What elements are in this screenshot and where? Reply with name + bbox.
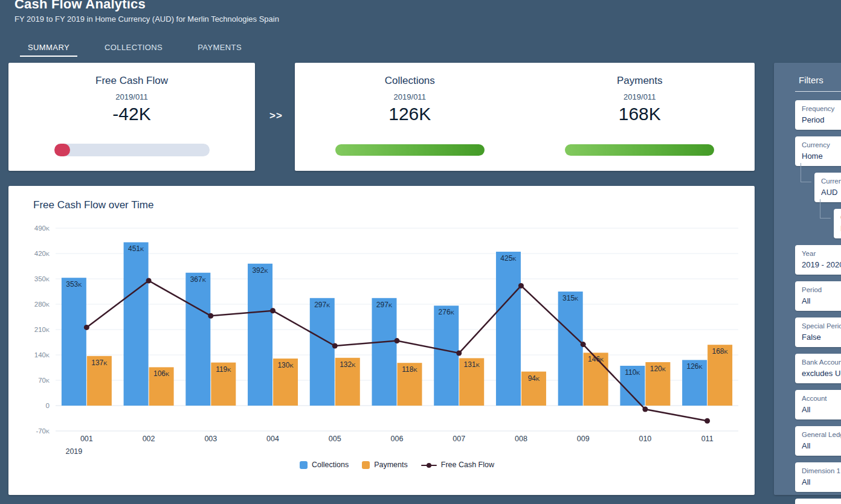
x-axis-group-label: 2019 (65, 447, 82, 456)
axis-tick-label: 280K (34, 301, 50, 308)
kpi-value: -42K (112, 104, 150, 124)
axis-tick-label: 130K (277, 361, 294, 369)
legend-item-payments[interactable]: Payments (362, 461, 408, 469)
collections-bar[interactable] (558, 292, 583, 406)
fcf-point[interactable] (332, 343, 338, 349)
x-axis-label: 003 (204, 435, 217, 443)
x-axis-label: 008 (515, 435, 527, 443)
payments-gauge-bar (565, 144, 714, 156)
axis-tick-label: 118K (402, 365, 417, 374)
tab-payments[interactable]: PAYMENTS (190, 41, 250, 57)
axis-tick-label: 367K (190, 275, 207, 284)
collections-bar[interactable] (372, 298, 397, 406)
axis-tick-label: 94K (528, 374, 540, 383)
filter-card-dimension-1[interactable]: Dimension 1All (795, 462, 841, 492)
legend-label: Payments (374, 461, 408, 469)
collections-bar[interactable] (185, 273, 210, 406)
filter-label: Account (802, 394, 841, 403)
axis-tick-label: 132K (340, 360, 356, 369)
legend-item-free-cash-flow[interactable]: Free Cash Flow (421, 461, 494, 469)
filter-card-special-perio[interactable]: Special PerioFalse (795, 317, 841, 347)
axis-tick-label: 350K (34, 275, 50, 282)
x-axis-label: 007 (453, 435, 465, 443)
kpi-title: Free Cash Flow (95, 75, 168, 87)
legend-line-icon (421, 461, 437, 469)
x-axis-label: 011 (701, 435, 714, 443)
fcf-point[interactable] (704, 418, 710, 424)
axis-tick-label: 120K (650, 365, 666, 373)
filter-card-currency[interactable]: CurrencyHome (795, 136, 841, 166)
collections-bar[interactable] (62, 278, 86, 406)
filter-card-period[interactable]: PeriodAll (795, 281, 841, 311)
kpi-period: 2019/011 (115, 92, 147, 101)
filter-card-currency[interactable]: CurrencyAUD (814, 173, 841, 202)
collections-bar[interactable] (496, 252, 521, 406)
fcf-point[interactable] (84, 325, 89, 330)
collections-bar[interactable] (248, 264, 272, 406)
collections-payments-kpi-card: Collections 2019/011 126K Payments 2019/… (295, 63, 755, 171)
filter-card-dimension-2[interactable]: Dimension 2All (795, 499, 841, 504)
axis-tick-label: 392K (252, 266, 268, 275)
filters-title: Filters (799, 75, 841, 85)
tab-collections[interactable]: COLLECTIONS (97, 41, 170, 57)
filter-value: excludes Un (802, 368, 841, 378)
page-subtitle: FY 2019 to FY 2019 in Home Currency (AUD… (14, 14, 279, 24)
axis-tick-label: 425K (500, 254, 517, 263)
filters-list: FrequencyPeriodCurrencyHomeCurrencyAUDCN… (774, 100, 841, 504)
axis-tick-label: 420K (34, 250, 50, 257)
axis-tick-label: 137K (91, 359, 108, 367)
axis-tick-label: 297K (314, 301, 330, 309)
filter-value: All (802, 441, 841, 451)
axis-tick-label: 315K (562, 294, 579, 302)
kpi-value: 126K (388, 104, 431, 124)
filter-card-year[interactable]: Year2019 - 2020 (795, 245, 841, 275)
filter-value: Home (802, 151, 841, 161)
page-title: Cash Flow Analytics (14, 0, 146, 12)
fcf-point[interactable] (146, 278, 152, 284)
filter-value: AUD (821, 187, 841, 197)
tab-summary[interactable]: SUMMARY (20, 41, 77, 57)
filter-label: Year (802, 249, 841, 258)
collections-bar[interactable] (124, 242, 149, 406)
fcf-point[interactable] (456, 351, 462, 356)
axis-tick-label: 168K (712, 347, 729, 356)
x-axis-label: 005 (329, 435, 341, 443)
filters-panel: Filters FrequencyPeriodCurrencyHomeCurre… (774, 63, 841, 495)
kpi-period: 2019/011 (624, 92, 656, 101)
legend-swatch-icon (300, 461, 308, 469)
free-cash-flow-kpi-card: Free Cash Flow 2019/011 -42K (8, 63, 255, 171)
filter-label: Currency (802, 141, 841, 150)
fcf-line[interactable] (86, 281, 707, 421)
filter-card-frequency[interactable]: FrequencyPeriod (795, 100, 841, 130)
fcf-point[interactable] (642, 407, 648, 412)
collections-bar[interactable] (434, 305, 459, 406)
filter-label: Bank Accoun (802, 358, 841, 367)
kpi-period: 2019/011 (394, 92, 426, 101)
legend-swatch-icon (362, 461, 370, 469)
x-axis-label: 004 (266, 435, 279, 443)
fcf-point[interactable] (581, 342, 586, 347)
fcf-point[interactable] (518, 283, 524, 289)
collections-bar[interactable] (310, 298, 335, 406)
fcf-over-time-chart-card: Free Cash Flow over Time 490K420K350K280… (8, 186, 755, 495)
filter-value: All (802, 296, 841, 306)
hierarchy-connector-line (820, 199, 831, 219)
axis-tick-label: 451K (128, 244, 144, 253)
filters-divider (795, 91, 841, 92)
axis-tick-label: 106K (153, 369, 170, 378)
filter-card-bank-accoun[interactable]: Bank Accounexcludes Un (795, 354, 841, 383)
fcf-over-time-chart[interactable]: 490K420K350K280K210K140K70K0-70K353K137K… (8, 186, 755, 495)
filter-label: Frequency (802, 104, 841, 113)
axis-tick-label: 131K (464, 360, 480, 369)
fcf-point[interactable] (395, 338, 400, 343)
fcf-point[interactable] (208, 313, 213, 319)
x-axis-label: 002 (143, 435, 155, 443)
filter-card-c[interactable]: CN (834, 209, 841, 238)
filter-value: All (802, 404, 841, 415)
filter-label: Period (802, 285, 841, 295)
fcf-point[interactable] (270, 308, 276, 313)
x-axis-label: 006 (391, 435, 404, 443)
filter-card-account[interactable]: AccountAll (795, 390, 841, 419)
legend-item-collections[interactable]: Collections (300, 461, 349, 469)
filter-card-general-ledg[interactable]: General LedgAll (795, 426, 841, 456)
